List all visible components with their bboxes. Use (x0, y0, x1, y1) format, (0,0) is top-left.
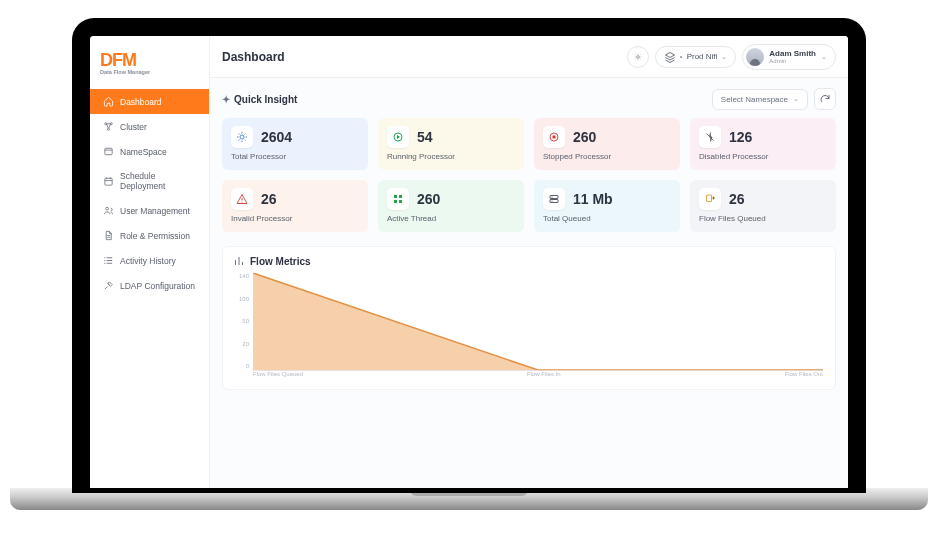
card-value: 260 (417, 191, 440, 207)
y-tick: 0 (233, 363, 249, 369)
y-tick: 50 (233, 318, 249, 324)
sidebar-item-role-permission[interactable]: Role & Permission (90, 223, 209, 248)
sidebar-item-ldap-configuration[interactable]: LDAP Configuration (90, 273, 209, 298)
card-label: Stopped Processor (543, 152, 671, 161)
svg-point-7 (104, 260, 105, 261)
stopped-icon (543, 126, 565, 148)
chevron-down-icon: ⌄ (721, 53, 727, 61)
insight-card-invalid-processor[interactable]: 26Invalid Processor (222, 180, 368, 232)
processor-icon (231, 126, 253, 148)
logo-tagline: Data Flow Manager (100, 69, 150, 75)
storage-icon (543, 188, 565, 210)
svg-rect-14 (394, 195, 397, 198)
card-value: 54 (417, 129, 433, 145)
topbar: Dashboard • Prod Nifi ⌄ Adam Smith Admin (210, 36, 848, 78)
insight-card-stopped-processor[interactable]: 260Stopped Processor (534, 118, 680, 170)
metrics-title: Flow Metrics (233, 255, 825, 267)
y-tick: 20 (233, 341, 249, 347)
svg-rect-19 (550, 200, 558, 203)
disabled-icon (699, 126, 721, 148)
namespace-placeholder: Select Namespace (721, 95, 788, 104)
sidebar-item-label: Cluster (120, 122, 147, 132)
main: Dashboard • Prod Nifi ⌄ Adam Smith Admin (210, 36, 848, 488)
insight-card-running-processor[interactable]: 54Running Processor (378, 118, 524, 170)
namespace-selector[interactable]: Select Namespace ⌄ (712, 89, 808, 110)
user-name: Adam Smith (769, 50, 816, 58)
svg-point-20 (552, 197, 553, 198)
card-value: 11 Mb (573, 191, 613, 207)
layers-icon (664, 51, 676, 63)
logo: DFM Data Flow Manager (90, 36, 209, 83)
gear-icon (634, 51, 642, 63)
x-tick: Flow Files In (527, 371, 561, 383)
settings-button[interactable] (627, 46, 649, 68)
environment-label: Prod Nifi (687, 52, 718, 61)
card-value: 260 (573, 129, 596, 145)
users-icon (103, 205, 114, 216)
insight-card-total-processor[interactable]: 2604Total Processor (222, 118, 368, 170)
sidebar-item-label: NameSpace (120, 147, 167, 157)
svg-point-2 (107, 128, 109, 130)
calendar-icon (103, 176, 114, 187)
sidebar-item-label: LDAP Configuration (120, 281, 195, 291)
user-menu[interactable]: Adam Smith Admin ⌄ (742, 44, 836, 70)
svg-rect-18 (550, 196, 558, 199)
svg-rect-17 (399, 200, 402, 203)
sidebar-item-label: Dashboard (120, 97, 162, 107)
flow-metrics-chart: 14010050200 Flow Files QueuedFlow Files … (233, 273, 825, 383)
svg-rect-22 (707, 195, 712, 202)
sidebar-item-namespace[interactable]: NameSpace (90, 139, 209, 164)
refresh-button[interactable] (814, 88, 836, 110)
svg-point-21 (552, 201, 553, 202)
sidebar: DFM Data Flow Manager DashboardClusterNa… (90, 36, 210, 488)
user-role: Admin (769, 58, 816, 64)
sidebar-item-activity-history[interactable]: Activity History (90, 248, 209, 273)
card-label: Disabled Processor (699, 152, 827, 161)
home-icon (103, 96, 114, 107)
insight-card-disabled-processor[interactable]: 126Disabled Processor (690, 118, 836, 170)
insight-card-active-thread[interactable]: 260Active Thread (378, 180, 524, 232)
y-tick: 140 (233, 273, 249, 279)
card-value: 126 (729, 129, 752, 145)
card-value: 2604 (261, 129, 292, 145)
insight-card-flow-files-queued[interactable]: 26Flow Files Queued (690, 180, 836, 232)
sidebar-item-label: Role & Permission (120, 231, 190, 241)
card-value: 26 (729, 191, 745, 207)
insight-icon: ✦ (222, 94, 230, 105)
card-label: Total Processor (231, 152, 359, 161)
y-tick: 100 (233, 296, 249, 302)
svg-point-9 (240, 135, 244, 139)
warning-icon (231, 188, 253, 210)
card-label: Running Processor (387, 152, 515, 161)
cluster-icon (103, 121, 114, 132)
logo-mark: DFM (100, 50, 136, 71)
namespace-icon (103, 146, 114, 157)
card-value: 26 (261, 191, 277, 207)
flow-metrics-panel: Flow Metrics 14010050200 Flow Files Queu… (222, 246, 836, 390)
chevron-down-icon: ⌄ (821, 53, 827, 61)
svg-point-13 (242, 202, 243, 203)
quick-insight-header: ✦Quick Insight Select Namespace ⌄ (222, 88, 836, 110)
tools-icon (103, 280, 114, 291)
document-icon (103, 230, 114, 241)
environment-selector[interactable]: • Prod Nifi ⌄ (655, 46, 737, 68)
x-tick: Flow Files Out (785, 371, 823, 383)
sidebar-item-cluster[interactable]: Cluster (90, 114, 209, 139)
grid-icon (387, 188, 409, 210)
list-icon (103, 255, 114, 266)
card-label: Invalid Processor (231, 214, 359, 223)
avatar (746, 48, 764, 66)
svg-rect-12 (553, 136, 556, 139)
card-label: Active Thread (387, 214, 515, 223)
sidebar-item-label: User Management (120, 206, 190, 216)
svg-rect-15 (399, 195, 402, 198)
chevron-down-icon: ⌄ (793, 95, 799, 103)
sidebar-item-user-management[interactable]: User Management (90, 198, 209, 223)
sidebar-item-dashboard[interactable]: Dashboard (90, 89, 209, 114)
sidebar-item-schedule-deployment[interactable]: Schedule Deployment (90, 164, 209, 198)
page-title: Dashboard (222, 50, 621, 64)
svg-rect-3 (105, 148, 112, 154)
insight-card-total-queued[interactable]: 11 MbTotal Queued (534, 180, 680, 232)
svg-rect-16 (394, 200, 397, 203)
x-tick: Flow Files Queued (253, 371, 303, 383)
